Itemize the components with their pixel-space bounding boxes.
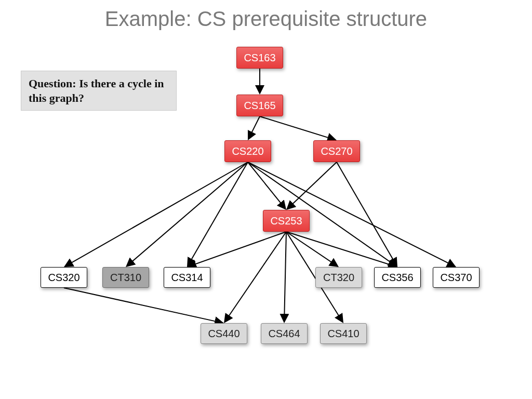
node-label: CS464 [268, 328, 300, 340]
node-label: CS253 [270, 215, 302, 227]
edge-cs253-ct320 [286, 232, 338, 266]
node-cs410: CS410 [320, 323, 367, 344]
node-cs270: CS270 [313, 140, 360, 162]
node-label: CS165 [244, 100, 275, 112]
edge-cs220-ct310 [127, 162, 248, 266]
node-label: CS356 [381, 272, 413, 284]
node-label: CS163 [244, 52, 275, 64]
node-label: CS220 [232, 145, 263, 157]
node-label: CS370 [440, 272, 472, 284]
edge-cs270-cs253 [287, 162, 337, 209]
node-cs320: CS320 [41, 267, 87, 288]
node-label: CS320 [48, 272, 79, 284]
edge-cs165-cs220 [248, 116, 260, 139]
node-label: CS410 [327, 328, 359, 340]
node-label: CS314 [171, 272, 203, 284]
node-cs464: CS464 [261, 323, 308, 344]
edge-cs220-cs253 [248, 162, 285, 209]
edge-cs253-cs440 [225, 232, 286, 322]
edge-cs253-cs464 [284, 232, 286, 322]
node-cs440: CS440 [201, 323, 247, 344]
node-ct310: CT310 [102, 267, 149, 288]
node-cs163: CS163 [236, 47, 283, 69]
node-ct320: CT320 [315, 267, 362, 288]
edge-cs270-cs356 [337, 162, 396, 265]
node-cs165: CS165 [236, 95, 283, 116]
edge-cs220-cs314 [188, 162, 248, 265]
node-cs370: CS370 [433, 267, 480, 288]
diagram-stage: Example: CS prerequisite structure Quest… [0, 0, 532, 399]
edge-cs220-cs320 [65, 162, 248, 267]
node-label: CT310 [110, 272, 141, 284]
node-label: CS440 [208, 328, 240, 340]
edge-cs253-cs314 [189, 232, 286, 267]
node-label: CT320 [323, 272, 354, 284]
edge-cs320-cs440 [64, 288, 222, 323]
question-box: Question: Is there a cycle in this graph… [21, 71, 177, 111]
edge-cs165-cs270 [260, 116, 335, 140]
node-label: CS270 [321, 145, 352, 157]
node-cs356: CS356 [374, 267, 421, 288]
page-title: Example: CS prerequisite structure [0, 7, 532, 31]
edge-cs253-cs356 [286, 232, 396, 267]
node-cs253: CS253 [263, 210, 310, 232]
node-cs220: CS220 [224, 140, 271, 162]
node-cs314: CS314 [164, 267, 210, 288]
